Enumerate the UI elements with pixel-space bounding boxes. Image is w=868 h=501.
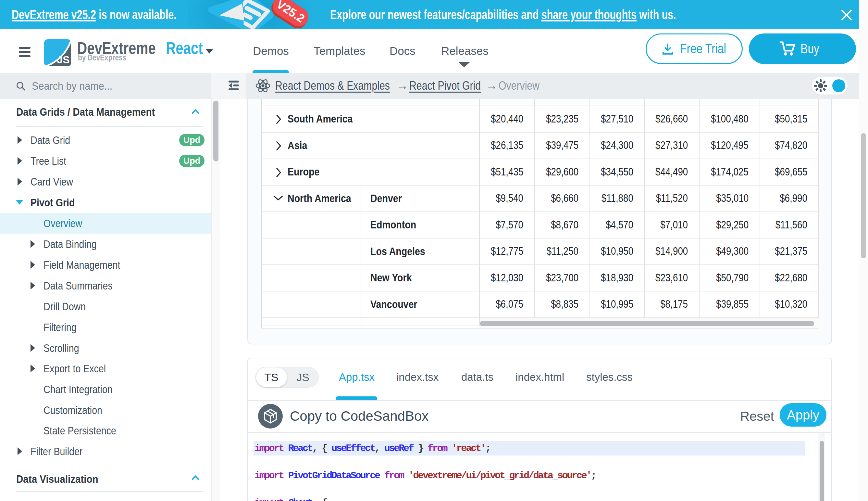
svg-text:JS: JS (57, 54, 69, 66)
